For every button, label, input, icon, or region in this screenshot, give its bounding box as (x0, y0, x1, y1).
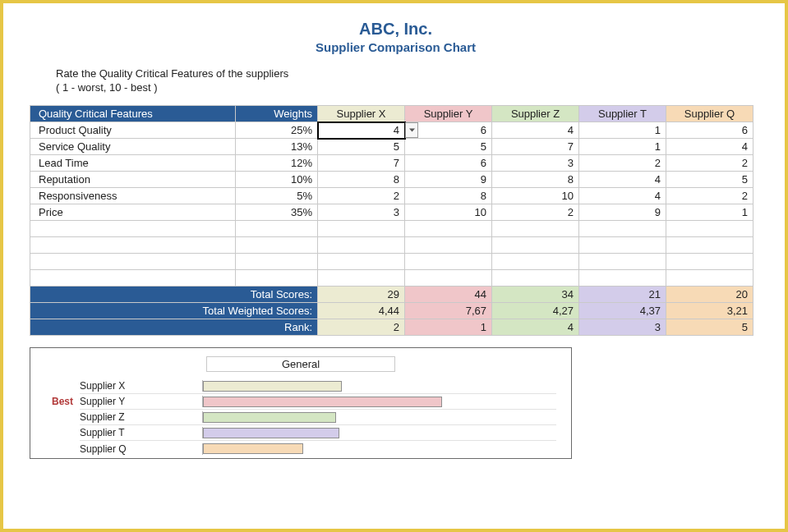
cell[interactable]: 8 (405, 188, 492, 204)
weight-cell[interactable]: 13% (236, 139, 318, 155)
chart-bar-wrap (203, 397, 556, 407)
rank-cell: 1 (405, 319, 492, 336)
cell[interactable]: 1 (579, 122, 666, 139)
cell[interactable]: 6 (405, 155, 492, 172)
total-cell: 20 (666, 287, 753, 303)
weight-cell[interactable]: 5% (236, 188, 318, 204)
rank-cell: 2 (318, 319, 405, 336)
empty-row (30, 270, 753, 287)
weight-cell[interactable]: 35% (236, 204, 318, 221)
chart-category-label: Supplier Q (80, 443, 203, 455)
total-weighted-label: Total Weighted Scores: (30, 303, 318, 319)
weight-cell[interactable]: 25% (236, 122, 318, 139)
table-row: Reputation 10% 8 9 8 4 5 (30, 172, 753, 188)
cell[interactable]: 8 (318, 172, 405, 188)
chart-bar (203, 443, 303, 454)
cell[interactable]: 9 (405, 172, 492, 188)
dropdown-handle[interactable] (405, 122, 418, 138)
page-subtitle: Supplier Comparison Chart (30, 40, 762, 54)
best-label: Best (34, 396, 73, 407)
header-supplier-y[interactable]: Supplier Y (405, 106, 492, 122)
chart-category-label: Supplier T (80, 427, 203, 438)
feature-label: Responsiveness (30, 188, 236, 204)
table-row: Product Quality 25% 4 6 4 1 6 (30, 122, 753, 139)
cell[interactable]: 2 (579, 155, 666, 172)
cell[interactable]: 2 (492, 204, 579, 221)
feature-label: Reputation (30, 172, 236, 188)
cell[interactable]: 7 (318, 155, 405, 172)
cell[interactable]: 5 (318, 139, 405, 155)
header-features: Quality Critical Features (30, 106, 236, 122)
chart-row: Supplier Z (80, 410, 556, 425)
cell-active[interactable]: 4 (318, 122, 405, 139)
cell-value: 4 (394, 124, 399, 136)
weight-cell[interactable]: 12% (236, 155, 318, 172)
chart-title: General (206, 356, 395, 372)
cell[interactable]: 4 (579, 172, 666, 188)
instruction-line-2: ( 1 - worst, 10 - best ) (56, 81, 762, 94)
cell[interactable]: 5 (405, 139, 492, 155)
chart-bar-wrap (203, 428, 556, 438)
total-scores-row: Total Scores: 29 44 34 21 20 (30, 287, 753, 303)
total-cell: 21 (579, 287, 666, 303)
chart-bar-wrap (203, 381, 556, 392)
table-row: Service Quality 13% 5 5 7 1 4 (30, 139, 753, 155)
total-cell: 4,44 (318, 303, 405, 319)
cell[interactable]: 1 (579, 139, 666, 155)
cell[interactable]: 9 (579, 204, 666, 221)
chart-row: Supplier T (80, 425, 556, 441)
chart-bar (203, 397, 442, 407)
cell[interactable]: 2 (666, 155, 753, 172)
cell[interactable]: 10 (405, 204, 492, 221)
total-cell: 7,67 (405, 303, 492, 319)
feature-label: Service Quality (30, 139, 236, 155)
weight-cell[interactable]: 10% (236, 172, 318, 188)
feature-label: Price (30, 204, 236, 221)
table-row: Responsiveness 5% 2 8 10 4 2 (30, 188, 753, 204)
total-cell: 34 (492, 287, 579, 303)
header-supplier-q[interactable]: Supplier Q (666, 106, 753, 122)
rank-cell: 3 (579, 319, 666, 336)
page-canvas: ABC, Inc. Supplier Comparison Chart Rate… (0, 0, 788, 532)
rank-cell: 4 (492, 319, 579, 336)
chart-container[interactable]: General Supplier XBestSupplier YSupplier… (30, 347, 572, 459)
cell[interactable]: 8 (492, 172, 579, 188)
header-supplier-x[interactable]: Supplier X (318, 106, 405, 122)
cell[interactable]: 3 (318, 204, 405, 221)
header-supplier-t[interactable]: Supplier T (579, 106, 666, 122)
cell[interactable]: 2 (318, 188, 405, 204)
cell[interactable]: 2 (666, 188, 753, 204)
instruction-line-1: Rate the Quality Critical Features of th… (56, 67, 762, 80)
table-row: Price 35% 3 10 2 9 1 (30, 204, 753, 221)
rank-cell: 5 (666, 319, 753, 336)
total-scores-label: Total Scores: (30, 287, 318, 303)
cell[interactable]: 4 (492, 122, 579, 139)
empty-row (30, 254, 753, 270)
cell[interactable]: 6 (666, 122, 753, 139)
total-cell: 3,21 (666, 303, 753, 319)
chart-bar (203, 428, 339, 438)
empty-row (30, 237, 753, 254)
total-cell: 29 (318, 287, 405, 303)
cell[interactable]: 4 (579, 188, 666, 204)
header-weights: Weights (236, 106, 318, 122)
total-cell: 4,37 (579, 303, 666, 319)
cell[interactable]: 7 (492, 139, 579, 155)
comparison-table: Quality Critical Features Weights Suppli… (30, 105, 753, 336)
chart-bar-wrap (203, 412, 556, 423)
header-supplier-z[interactable]: Supplier Z (492, 106, 579, 122)
cell[interactable]: 5 (666, 172, 753, 188)
rank-row: Rank: 2 1 4 3 5 (30, 319, 753, 336)
rank-label: Rank: (30, 319, 318, 336)
company-title: ABC, Inc. (30, 20, 762, 39)
cell[interactable]: 3 (492, 155, 579, 172)
cell[interactable]: 4 (666, 139, 753, 155)
empty-row (30, 221, 753, 237)
feature-label: Lead Time (30, 155, 236, 172)
chart-bar (203, 381, 342, 392)
table-row: Lead Time 12% 7 6 3 2 2 (30, 155, 753, 172)
cell[interactable]: 1 (666, 204, 753, 221)
total-cell: 4,27 (492, 303, 579, 319)
cell[interactable]: 10 (492, 188, 579, 204)
chart-category-label: Supplier Y (80, 396, 203, 407)
